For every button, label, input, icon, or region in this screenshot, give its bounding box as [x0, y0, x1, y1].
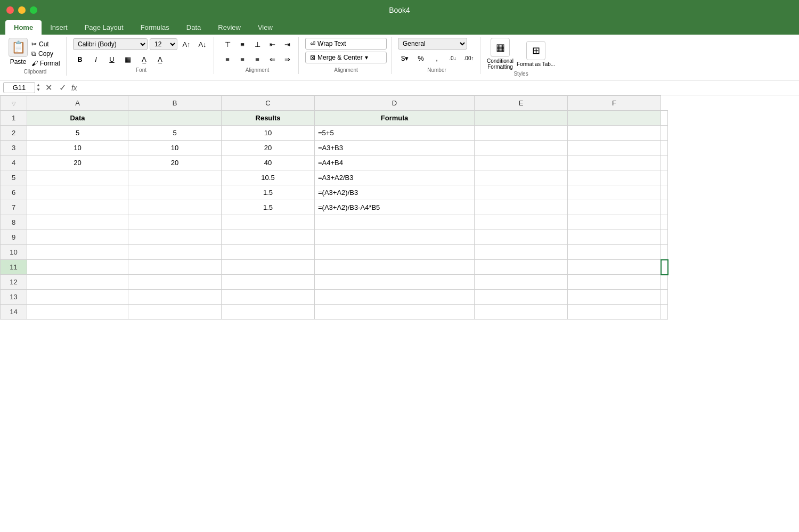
cell-G1[interactable]	[661, 111, 668, 126]
cell-F4[interactable]	[568, 155, 661, 170]
cell-B14[interactable]	[128, 305, 222, 320]
cell-A2[interactable]: 5	[27, 126, 128, 141]
cell-C6[interactable]: 1.5	[222, 185, 315, 200]
underline-button[interactable]: U	[105, 53, 119, 66]
cell-E3[interactable]	[475, 141, 568, 155]
cell-C3[interactable]: 20	[222, 141, 315, 155]
row-header-1[interactable]: 1	[1, 111, 27, 126]
tab-insert[interactable]: Insert	[42, 20, 76, 35]
indent-right-button[interactable]: ⇥	[280, 38, 294, 51]
cell-ref-arrows[interactable]: ▲ ▼	[36, 83, 40, 92]
cell-G5[interactable]	[661, 170, 668, 185]
cell-C1[interactable]: Results	[222, 111, 315, 126]
cell-D12[interactable]	[315, 275, 475, 290]
formula-confirm-button[interactable]: ✓	[58, 83, 68, 93]
cell-B5[interactable]	[128, 170, 222, 185]
cell-A13[interactable]	[27, 290, 128, 305]
cell-C7[interactable]: 1.5	[222, 200, 315, 215]
cell-B13[interactable]	[128, 290, 222, 305]
cell-D6[interactable]: =(A3+A2)/B3	[315, 185, 475, 200]
row-header-6[interactable]: 6	[1, 185, 27, 200]
tab-page-layout[interactable]: Page Layout	[76, 20, 132, 35]
cell-F7[interactable]	[568, 200, 661, 215]
cell-ref-down-arrow[interactable]: ▼	[36, 88, 40, 92]
row-header-11[interactable]: 11	[1, 260, 27, 275]
italic-button[interactable]: I	[89, 53, 103, 66]
cell-F5[interactable]	[568, 170, 661, 185]
formula-input[interactable]	[80, 83, 796, 93]
row-header-9[interactable]: 9	[1, 230, 27, 245]
cell-C4[interactable]: 40	[222, 155, 315, 170]
cell-C9[interactable]	[222, 230, 315, 245]
cell-C13[interactable]	[222, 290, 315, 305]
cell-B1[interactable]	[128, 111, 222, 126]
cell-G4[interactable]	[661, 155, 668, 170]
cell-A10[interactable]	[27, 245, 128, 260]
cell-F13[interactable]	[568, 290, 661, 305]
cell-B7[interactable]	[128, 200, 222, 215]
row-header-8[interactable]: 8	[1, 215, 27, 230]
tab-review[interactable]: Review	[209, 20, 249, 35]
cell-A14[interactable]	[27, 305, 128, 320]
cell-D9[interactable]	[315, 230, 475, 245]
format-as-table-button[interactable]: ⊞	[526, 41, 545, 60]
cell-reference-input[interactable]	[3, 82, 35, 93]
row-header-3[interactable]: 3	[1, 141, 27, 155]
number-format-select[interactable]: General	[398, 38, 467, 50]
cell-C2[interactable]: 10	[222, 126, 315, 141]
percent-button[interactable]: %	[414, 52, 428, 64]
font-shrink-button[interactable]: A↓	[195, 38, 209, 51]
cell-G2[interactable]	[661, 126, 668, 141]
cell-D11[interactable]	[315, 260, 475, 275]
cell-F8[interactable]	[568, 215, 661, 230]
cell-E7[interactable]	[475, 200, 568, 215]
align-top-button[interactable]: ⊤	[221, 38, 234, 51]
cell-F3[interactable]	[568, 141, 661, 155]
cell-G13[interactable]	[661, 290, 668, 305]
row-header-10[interactable]: 10	[1, 245, 27, 260]
align-right-button[interactable]: ≡	[250, 53, 264, 66]
fill-color-button[interactable]: A̲	[137, 53, 151, 66]
cell-D5[interactable]: =A3+A2/B3	[315, 170, 475, 185]
cell-E2[interactable]	[475, 126, 568, 141]
cell-E8[interactable]	[475, 215, 568, 230]
cut-button[interactable]: ✂ Cut	[30, 40, 62, 48]
cell-A1[interactable]: Data	[27, 111, 128, 126]
cell-C8[interactable]	[222, 215, 315, 230]
font-size-select[interactable]: 12	[150, 38, 177, 50]
format-painter-button[interactable]: 🖌 Format	[30, 59, 62, 68]
cell-G8[interactable]	[661, 215, 668, 230]
spreadsheet-container[interactable]: ▽ A B C D E F 1DataResultsFormula25510=5…	[0, 95, 799, 524]
col-header-A[interactable]: A	[27, 96, 128, 111]
align-center-button[interactable]: ≡	[235, 53, 249, 66]
border-button[interactable]: ▦	[121, 53, 135, 66]
cell-D1[interactable]: Formula	[315, 111, 475, 126]
col-header-D[interactable]: D	[315, 96, 475, 111]
increase-decimal-button[interactable]: .00↑	[462, 52, 476, 64]
cell-B10[interactable]	[128, 245, 222, 260]
cell-A11[interactable]	[27, 260, 128, 275]
col-header-C[interactable]: C	[222, 96, 315, 111]
indent-left-button[interactable]: ⇤	[265, 38, 279, 51]
cell-C14[interactable]	[222, 305, 315, 320]
cell-D2[interactable]: =5+5	[315, 126, 475, 141]
cell-E12[interactable]	[475, 275, 568, 290]
cell-G10[interactable]	[661, 245, 668, 260]
cell-G3[interactable]	[661, 141, 668, 155]
tab-data[interactable]: Data	[178, 20, 209, 35]
cell-A8[interactable]	[27, 215, 128, 230]
comma-button[interactable]: ,	[430, 52, 444, 64]
cell-C11[interactable]	[222, 260, 315, 275]
wrap-text-button[interactable]: ⏎ Wrap Text	[305, 38, 387, 50]
col-header-B[interactable]: B	[128, 96, 222, 111]
tab-view[interactable]: View	[249, 20, 281, 35]
row-header-12[interactable]: 12	[1, 275, 27, 290]
copy-button[interactable]: ⧉ Copy	[30, 50, 62, 58]
row-header-2[interactable]: 2	[1, 126, 27, 141]
paste-label[interactable]: Paste	[10, 58, 27, 66]
close-button[interactable]	[6, 6, 14, 14]
cell-G7[interactable]	[661, 200, 668, 215]
font-name-select[interactable]: Calibri (Body)	[73, 38, 148, 50]
cell-G6[interactable]	[661, 185, 668, 200]
ltr-button[interactable]: ⇒	[280, 53, 294, 66]
